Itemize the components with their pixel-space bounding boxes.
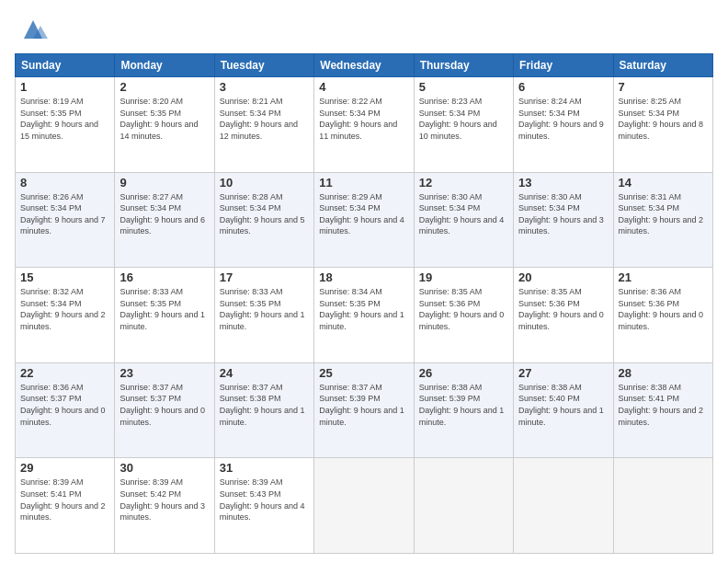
- day-info: Sunrise: 8:38 AMSunset: 5:40 PMDaylight:…: [518, 383, 604, 427]
- day-info: Sunrise: 8:30 AMSunset: 5:34 PMDaylight:…: [419, 192, 505, 236]
- calendar-cell: 15 Sunrise: 8:32 AMSunset: 5:34 PMDaylig…: [16, 268, 115, 363]
- day-info: Sunrise: 8:20 AMSunset: 5:35 PMDaylight:…: [119, 97, 198, 141]
- day-number: 13: [518, 176, 608, 190]
- day-info: Sunrise: 8:37 AMSunset: 5:37 PMDaylight:…: [119, 383, 205, 427]
- day-info: Sunrise: 8:29 AMSunset: 5:34 PMDaylight:…: [319, 192, 404, 236]
- day-info: Sunrise: 8:39 AMSunset: 5:42 PMDaylight:…: [119, 477, 205, 522]
- day-info: Sunrise: 8:35 AMSunset: 5:36 PMDaylight:…: [419, 287, 505, 331]
- day-info: Sunrise: 8:27 AMSunset: 5:34 PMDaylight:…: [119, 192, 205, 236]
- calendar-cell: 2 Sunrise: 8:20 AMSunset: 5:35 PMDayligh…: [115, 77, 214, 173]
- calendar-body: 1 Sunrise: 8:19 AMSunset: 5:35 PMDayligh…: [16, 77, 713, 554]
- calendar-cell: 31 Sunrise: 8:39 AMSunset: 5:43 PMDaylig…: [214, 458, 313, 554]
- day-info: Sunrise: 8:26 AMSunset: 5:34 PMDaylight:…: [20, 192, 106, 236]
- day-info: Sunrise: 8:24 AMSunset: 5:34 PMDaylight:…: [518, 97, 604, 141]
- weekday-header: Tuesday: [214, 54, 313, 77]
- calendar-cell: 5 Sunrise: 8:23 AMSunset: 5:34 PMDayligh…: [414, 77, 513, 173]
- day-number: 28: [619, 366, 708, 380]
- day-info: Sunrise: 8:25 AMSunset: 5:34 PMDaylight:…: [619, 97, 704, 141]
- weekday-header: Sunday: [16, 54, 115, 77]
- calendar-cell: 6 Sunrise: 8:24 AMSunset: 5:34 PMDayligh…: [514, 77, 613, 173]
- day-info: Sunrise: 8:28 AMSunset: 5:34 PMDaylight:…: [220, 192, 305, 236]
- weekday-header: Friday: [514, 54, 613, 77]
- header: [15, 15, 713, 44]
- day-number: 14: [619, 176, 708, 190]
- weekday-header: Thursday: [414, 54, 513, 77]
- day-number: 20: [518, 270, 608, 284]
- day-number: 12: [419, 176, 508, 190]
- day-number: 23: [119, 366, 209, 380]
- day-number: 9: [119, 176, 209, 190]
- calendar-cell: 16 Sunrise: 8:33 AMSunset: 5:35 PMDaylig…: [115, 268, 214, 363]
- day-number: 4: [319, 80, 408, 94]
- day-number: 16: [119, 270, 209, 284]
- day-info: Sunrise: 8:35 AMSunset: 5:36 PMDaylight:…: [518, 287, 604, 331]
- day-info: Sunrise: 8:34 AMSunset: 5:35 PMDaylight:…: [319, 287, 404, 331]
- calendar: SundayMondayTuesdayWednesdayThursdayFrid…: [15, 53, 713, 554]
- calendar-cell: 27 Sunrise: 8:38 AMSunset: 5:40 PMDaylig…: [514, 362, 613, 458]
- day-info: Sunrise: 8:38 AMSunset: 5:41 PMDaylight:…: [619, 383, 704, 427]
- calendar-cell: 24 Sunrise: 8:37 AMSunset: 5:38 PMDaylig…: [214, 362, 313, 458]
- calendar-cell: [314, 458, 414, 554]
- day-number: 22: [20, 366, 109, 380]
- calendar-cell: [613, 458, 712, 554]
- calendar-cell: 17 Sunrise: 8:33 AMSunset: 5:35 PMDaylig…: [214, 268, 313, 363]
- day-number: 3: [220, 80, 309, 94]
- day-info: Sunrise: 8:38 AMSunset: 5:39 PMDaylight:…: [419, 383, 505, 427]
- calendar-cell: 14 Sunrise: 8:31 AMSunset: 5:34 PMDaylig…: [613, 172, 712, 268]
- day-info: Sunrise: 8:33 AMSunset: 5:35 PMDaylight:…: [220, 287, 305, 331]
- calendar-header-row: SundayMondayTuesdayWednesdayThursdayFrid…: [16, 54, 713, 77]
- day-number: 31: [220, 461, 309, 475]
- day-number: 27: [518, 366, 608, 380]
- calendar-cell: 28 Sunrise: 8:38 AMSunset: 5:41 PMDaylig…: [613, 362, 712, 458]
- calendar-week-row: 8 Sunrise: 8:26 AMSunset: 5:34 PMDayligh…: [16, 172, 713, 268]
- day-number: 15: [20, 270, 109, 284]
- day-info: Sunrise: 8:19 AMSunset: 5:35 PMDaylight:…: [20, 97, 98, 141]
- day-number: 8: [20, 176, 109, 190]
- day-number: 11: [319, 176, 408, 190]
- calendar-cell: 10 Sunrise: 8:28 AMSunset: 5:34 PMDaylig…: [214, 172, 313, 268]
- calendar-cell: 3 Sunrise: 8:21 AMSunset: 5:34 PMDayligh…: [214, 77, 313, 173]
- calendar-week-row: 29 Sunrise: 8:39 AMSunset: 5:41 PMDaylig…: [16, 458, 713, 554]
- day-number: 6: [518, 80, 608, 94]
- day-number: 29: [20, 461, 109, 475]
- calendar-cell: 4 Sunrise: 8:22 AMSunset: 5:34 PMDayligh…: [314, 77, 414, 173]
- calendar-cell: 21 Sunrise: 8:36 AMSunset: 5:36 PMDaylig…: [613, 268, 712, 363]
- day-info: Sunrise: 8:30 AMSunset: 5:34 PMDaylight:…: [518, 192, 604, 236]
- calendar-cell: [514, 458, 613, 554]
- day-info: Sunrise: 8:32 AMSunset: 5:34 PMDaylight:…: [20, 287, 106, 331]
- day-number: 19: [419, 270, 508, 284]
- day-number: 2: [119, 80, 209, 94]
- calendar-cell: 30 Sunrise: 8:39 AMSunset: 5:42 PMDaylig…: [115, 458, 214, 554]
- day-number: 30: [119, 461, 209, 475]
- day-number: 25: [319, 366, 408, 380]
- calendar-cell: 23 Sunrise: 8:37 AMSunset: 5:37 PMDaylig…: [115, 362, 214, 458]
- day-info: Sunrise: 8:21 AMSunset: 5:34 PMDaylight:…: [220, 97, 298, 141]
- calendar-cell: 1 Sunrise: 8:19 AMSunset: 5:35 PMDayligh…: [16, 77, 115, 173]
- day-number: 7: [619, 80, 708, 94]
- calendar-cell: 18 Sunrise: 8:34 AMSunset: 5:35 PMDaylig…: [314, 268, 414, 363]
- calendar-cell: 8 Sunrise: 8:26 AMSunset: 5:34 PMDayligh…: [16, 172, 115, 268]
- day-number: 17: [220, 270, 309, 284]
- weekday-header: Saturday: [613, 54, 712, 77]
- day-info: Sunrise: 8:31 AMSunset: 5:34 PMDaylight:…: [619, 192, 704, 236]
- day-number: 24: [220, 366, 309, 380]
- calendar-cell: 11 Sunrise: 8:29 AMSunset: 5:34 PMDaylig…: [314, 172, 414, 268]
- calendar-cell: 12 Sunrise: 8:30 AMSunset: 5:34 PMDaylig…: [414, 172, 513, 268]
- day-number: 26: [419, 366, 508, 380]
- day-info: Sunrise: 8:22 AMSunset: 5:34 PMDaylight:…: [319, 97, 397, 141]
- calendar-cell: 19 Sunrise: 8:35 AMSunset: 5:36 PMDaylig…: [414, 268, 513, 363]
- day-number: 10: [220, 176, 309, 190]
- weekday-header: Wednesday: [314, 54, 414, 77]
- day-number: 1: [20, 80, 109, 94]
- calendar-cell: 7 Sunrise: 8:25 AMSunset: 5:34 PMDayligh…: [613, 77, 712, 173]
- day-info: Sunrise: 8:37 AMSunset: 5:39 PMDaylight:…: [319, 383, 404, 427]
- logo: [15, 15, 48, 44]
- calendar-cell: 25 Sunrise: 8:37 AMSunset: 5:39 PMDaylig…: [314, 362, 414, 458]
- calendar-week-row: 15 Sunrise: 8:32 AMSunset: 5:34 PMDaylig…: [16, 268, 713, 363]
- day-number: 5: [419, 80, 508, 94]
- day-number: 21: [619, 270, 708, 284]
- calendar-cell: [414, 458, 513, 554]
- page: SundayMondayTuesdayWednesdayThursdayFrid…: [0, 0, 728, 563]
- calendar-cell: 20 Sunrise: 8:35 AMSunset: 5:36 PMDaylig…: [514, 268, 613, 363]
- day-info: Sunrise: 8:36 AMSunset: 5:36 PMDaylight:…: [619, 287, 704, 331]
